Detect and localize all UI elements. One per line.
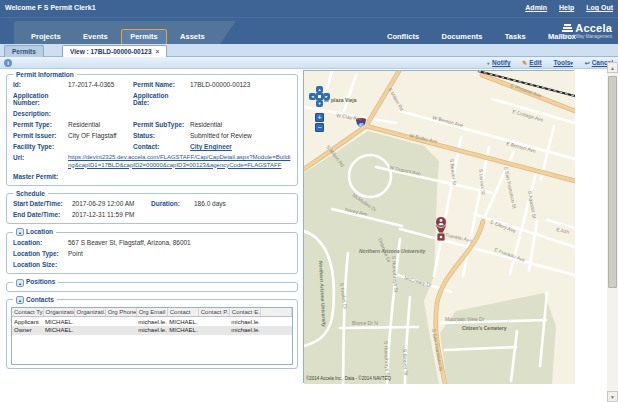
close-icon[interactable]: × [156,48,160,55]
field-label: Location Type: [13,250,63,257]
table-cell [74,317,105,326]
top-bar: Welcome F S Permit Clerk1 Admin Help Log… [0,0,618,17]
table-cell [260,317,291,326]
column-header[interactable]: Organization [43,308,74,317]
table-cell [260,326,291,335]
field-row: Description: [11,108,293,119]
table-cell: MICHAEL... [167,326,198,335]
tools-button[interactable]: Tools▾ [553,59,572,66]
zoom-in-icon[interactable]: + [315,113,324,122]
table-cell: Applicant [12,317,43,326]
table-cell: MICHAEL... [167,317,198,326]
pan-down-icon[interactable]: ▼ [316,100,323,107]
collapse-icon[interactable]: ▲ [16,296,24,304]
pan-left-icon[interactable]: ◄ [309,93,316,100]
gis-map[interactable]: 40 plaza ViejaW Clay AveS Milton RdS Mil… [303,70,574,383]
scrollbar-down-icon[interactable]: ▼ [607,391,618,402]
field-value: 2017-12-31 11:59 PM [72,211,293,218]
collapse-icon[interactable]: ▲ [16,279,24,287]
tab-tasks[interactable]: Tasks [496,29,535,45]
scrollbar-thumb[interactable] [608,76,617,288]
tab-assets[interactable]: Assets [171,29,214,45]
field-label: Permit Type: [13,121,63,128]
cancel-icon: ↩ [585,59,590,66]
column-header[interactable]: Org Phone [105,308,136,317]
map-copyright: ©2014 Accela Inc., Data - ©2014 NAVTEQ [306,376,391,381]
positions-section: ▲Positions [6,278,298,291]
table-cell: michael.le... [229,326,260,335]
welcome-text: Welcome F S Permit Clerk1 [5,4,96,11]
table-cell [105,317,136,326]
field-row: Facility Type: Contact: City Engineer [11,141,293,152]
contact-link[interactable]: City Engineer [190,143,232,150]
column-header[interactable]: Org Email [136,308,167,317]
field-row: Permit Issuer: City OF Flagstaff Status:… [11,130,293,141]
field-value [68,143,128,150]
zoom-out-icon[interactable]: − [315,123,324,132]
subtab-label: View : 17BLD-00000-00123 [70,48,152,55]
column-header[interactable]: Contact E... [229,308,260,317]
logout-link[interactable]: Log Out [586,4,613,11]
pan-up-icon[interactable]: ▲ [316,86,323,93]
section-title: Permit Information [13,71,77,78]
field-value: 2017-06-29 12:00 AM [72,200,146,207]
brand-tagline: Right of Way Management [559,34,612,39]
field-row: Location Type: Point [11,248,293,259]
field-value: https://devint2325.dev.accela.com/FLAGST… [68,154,293,169]
collapse-icon[interactable]: ▲ [16,228,24,236]
column-header[interactable]: Organizati... [74,308,105,317]
table-cell: michael.le... [136,317,167,326]
pan-right-icon[interactable]: ► [323,93,330,100]
column-header[interactable]: Contact [167,308,198,317]
field-label: Application Number: [13,92,63,106]
field-value: 17BLD-00000-00123 [190,81,293,88]
table-header-row: Contact Ty...OrganizationOrganizati...Or… [12,308,292,317]
help-link[interactable]: Help [559,4,574,11]
field-label: Facility Type: [13,143,63,150]
pan-center-button[interactable] [316,93,323,100]
tab-projects[interactable]: Projects [22,29,70,45]
table-row[interactable]: OwnerMICHAEL...michael.le...MICHAEL...mi… [12,326,292,335]
permit-url-link[interactable]: https://devint2325.dev.accela.com/FLAGST… [68,154,290,168]
pencil-icon: ✎ [522,59,527,66]
field-label: Contact: [133,143,185,150]
field-value: 186.0 days [194,200,293,207]
column-header[interactable]: Contact P... [198,308,229,317]
field-value: Point [68,250,293,257]
tab-events[interactable]: Events [74,29,117,45]
map-street-label: Mountain View Dr [445,316,485,322]
field-row: Application Number: Application Date: [11,90,293,108]
map-canvas: 40 plaza ViejaW Clay AveS Milton RdS Mil… [304,71,575,384]
field-row: Url: https://devint2325.dev.accela.com/F… [11,152,293,171]
subtab-permits[interactable]: Permits [4,45,44,57]
tab-conflicts[interactable]: Conflicts [378,29,428,45]
table-row[interactable]: ApplicantMICHAEL...michael.le...MICHAEL.… [12,317,292,326]
column-header[interactable]: Contact Ty... [12,308,43,317]
info-icon[interactable]: i [4,59,12,67]
section-title: ▲Location [13,228,56,236]
permit-information-section: Permit Information Id: 17-2017-4-0365 Pe… [6,71,298,186]
field-row: Id: 17-2017-4-0365 Permit Name: 17BLD-00… [11,79,293,90]
vertical-scrollbar[interactable]: ▲ ▼ [607,62,618,402]
field-value [190,92,293,106]
table-cell [105,326,136,335]
field-label: Status: [133,132,185,139]
chevron-down-icon: ▾ [570,60,573,66]
edit-label: Edit [529,59,541,66]
nav-tab-group: Projects Events Permits Assets [14,21,236,45]
tab-permits[interactable]: Permits [121,29,167,45]
field-row: End Date/Time: 2017-12-31 11:59 PM [11,209,293,220]
map-campus-area [304,131,439,384]
notify-button[interactable]: +Notify [487,59,511,66]
edit-button[interactable]: ✎Edit [522,59,541,66]
field-label: Location: [13,239,63,246]
admin-link[interactable]: Admin [525,4,547,11]
section-title: Schedule [13,190,48,197]
column-header[interactable] [260,308,291,317]
field-value: Residential [68,121,128,128]
tab-documents[interactable]: Documents [433,29,492,45]
field-value: Submitted for Review [190,132,293,139]
subtab-view-permit[interactable]: View : 17BLD-00000-00123× [62,45,167,57]
field-value: City Engineer [190,143,293,150]
scrollbar-up-icon[interactable]: ▲ [607,62,618,73]
